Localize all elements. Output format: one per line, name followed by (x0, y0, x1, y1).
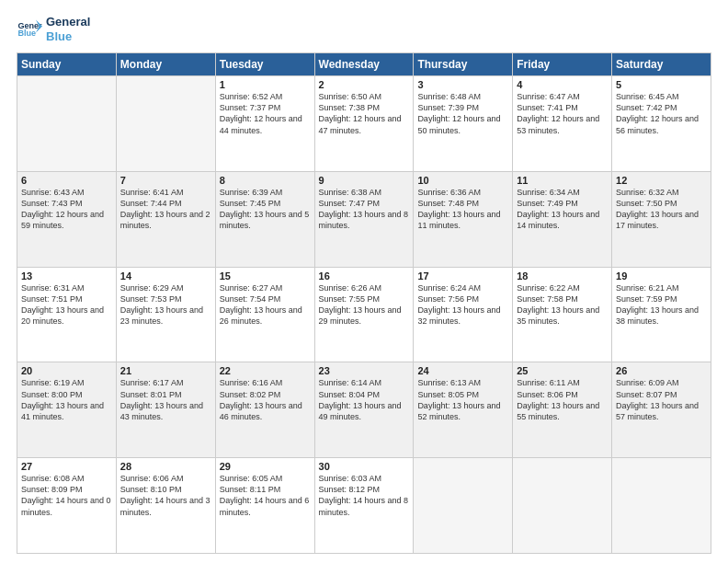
calendar-cell: 2Sunrise: 6:50 AM Sunset: 7:38 PM Daylig… (314, 76, 414, 172)
calendar-week-row: 13Sunrise: 6:31 AM Sunset: 7:51 PM Dayli… (17, 267, 711, 362)
day-number: 13 (21, 270, 112, 282)
day-number: 19 (616, 270, 707, 282)
day-info: Sunrise: 6:34 AM Sunset: 7:49 PM Dayligh… (517, 187, 608, 232)
logo-blue: Blue (46, 29, 90, 44)
day-info: Sunrise: 6:16 AM Sunset: 8:02 PM Dayligh… (220, 377, 311, 422)
calendar-table: SundayMondayTuesdayWednesdayThursdayFrid… (17, 52, 711, 554)
day-info: Sunrise: 6:09 AM Sunset: 8:07 PM Dayligh… (616, 377, 707, 422)
day-info: Sunrise: 6:32 AM Sunset: 7:50 PM Dayligh… (616, 187, 707, 232)
day-info: Sunrise: 6:29 AM Sunset: 7:53 PM Dayligh… (120, 282, 211, 327)
svg-text:Blue: Blue (17, 29, 36, 38)
day-info: Sunrise: 6:48 AM Sunset: 7:39 PM Dayligh… (417, 91, 508, 136)
day-number: 7 (120, 175, 211, 186)
calendar-cell: 13Sunrise: 6:31 AM Sunset: 7:51 PM Dayli… (17, 267, 117, 362)
day-of-week-header: Saturday (612, 53, 711, 76)
day-number: 20 (21, 365, 112, 376)
day-number: 1 (220, 79, 311, 90)
day-info: Sunrise: 6:22 AM Sunset: 7:58 PM Dayligh… (517, 282, 608, 327)
calendar-cell: 12Sunrise: 6:32 AM Sunset: 7:50 PM Dayli… (612, 171, 711, 267)
day-number: 29 (220, 461, 311, 472)
day-number: 27 (21, 461, 112, 472)
day-number: 8 (220, 175, 311, 186)
day-of-week-header: Sunday (17, 53, 117, 76)
day-of-week-header: Thursday (414, 53, 513, 76)
day-number: 10 (417, 175, 508, 186)
day-info: Sunrise: 6:47 AM Sunset: 7:41 PM Dayligh… (517, 91, 608, 136)
day-info: Sunrise: 6:39 AM Sunset: 7:45 PM Dayligh… (220, 187, 311, 232)
day-info: Sunrise: 6:45 AM Sunset: 7:42 PM Dayligh… (616, 91, 707, 136)
day-number: 2 (319, 79, 410, 90)
day-info: Sunrise: 6:36 AM Sunset: 7:48 PM Dayligh… (417, 187, 508, 232)
logo: General Blue General Blue (17, 15, 90, 43)
day-info: Sunrise: 6:43 AM Sunset: 7:43 PM Dayligh… (21, 187, 112, 232)
calendar-week-row: 1Sunrise: 6:52 AM Sunset: 7:37 PM Daylig… (17, 76, 711, 172)
calendar-cell: 1Sunrise: 6:52 AM Sunset: 7:37 PM Daylig… (215, 76, 314, 172)
calendar-cell: 24Sunrise: 6:13 AM Sunset: 8:05 PM Dayli… (414, 362, 513, 458)
day-number: 26 (616, 365, 707, 376)
calendar-cell: 30Sunrise: 6:03 AM Sunset: 8:12 PM Dayli… (314, 458, 414, 554)
calendar-cell (513, 458, 612, 554)
day-info: Sunrise: 6:41 AM Sunset: 7:44 PM Dayligh… (120, 187, 211, 232)
calendar-cell: 20Sunrise: 6:19 AM Sunset: 8:00 PM Dayli… (17, 362, 117, 458)
day-info: Sunrise: 6:21 AM Sunset: 7:59 PM Dayligh… (616, 282, 707, 327)
day-info: Sunrise: 6:11 AM Sunset: 8:06 PM Dayligh… (517, 377, 608, 422)
day-number: 28 (120, 461, 211, 472)
day-number: 16 (319, 270, 410, 282)
day-info: Sunrise: 6:19 AM Sunset: 8:00 PM Dayligh… (21, 377, 112, 422)
calendar-cell (414, 458, 513, 554)
calendar-cell: 4Sunrise: 6:47 AM Sunset: 7:41 PM Daylig… (513, 76, 612, 172)
calendar-cell: 6Sunrise: 6:43 AM Sunset: 7:43 PM Daylig… (17, 171, 117, 267)
day-number: 18 (517, 270, 608, 282)
logo-general: General (46, 15, 90, 29)
calendar-cell: 26Sunrise: 6:09 AM Sunset: 8:07 PM Dayli… (612, 362, 711, 458)
calendar-week-row: 6Sunrise: 6:43 AM Sunset: 7:43 PM Daylig… (17, 171, 711, 267)
calendar-cell: 9Sunrise: 6:38 AM Sunset: 7:47 PM Daylig… (314, 171, 414, 267)
calendar-cell (612, 458, 711, 554)
day-info: Sunrise: 6:13 AM Sunset: 8:05 PM Dayligh… (417, 377, 508, 422)
calendar-cell: 23Sunrise: 6:14 AM Sunset: 8:04 PM Dayli… (314, 362, 414, 458)
page-header: General Blue General Blue (17, 15, 711, 43)
calendar-cell: 3Sunrise: 6:48 AM Sunset: 7:39 PM Daylig… (414, 76, 513, 172)
day-info: Sunrise: 6:24 AM Sunset: 7:56 PM Dayligh… (417, 282, 508, 327)
calendar-cell: 29Sunrise: 6:05 AM Sunset: 8:11 PM Dayli… (215, 458, 314, 554)
day-number: 5 (616, 79, 707, 90)
day-info: Sunrise: 6:52 AM Sunset: 7:37 PM Dayligh… (220, 91, 311, 136)
day-info: Sunrise: 6:08 AM Sunset: 8:09 PM Dayligh… (21, 473, 112, 518)
calendar-cell: 19Sunrise: 6:21 AM Sunset: 7:59 PM Dayli… (612, 267, 711, 362)
calendar-week-row: 27Sunrise: 6:08 AM Sunset: 8:09 PM Dayli… (17, 458, 711, 554)
calendar-week-row: 20Sunrise: 6:19 AM Sunset: 8:00 PM Dayli… (17, 362, 711, 458)
calendar-cell: 10Sunrise: 6:36 AM Sunset: 7:48 PM Dayli… (414, 171, 513, 267)
day-number: 3 (417, 79, 508, 90)
day-info: Sunrise: 6:38 AM Sunset: 7:47 PM Dayligh… (319, 187, 410, 232)
logo-icon: General Blue (17, 17, 42, 42)
day-of-week-header: Friday (513, 53, 612, 76)
day-number: 24 (417, 365, 508, 376)
day-info: Sunrise: 6:05 AM Sunset: 8:11 PM Dayligh… (220, 473, 311, 518)
calendar-cell: 21Sunrise: 6:17 AM Sunset: 8:01 PM Dayli… (116, 362, 215, 458)
day-of-week-header: Tuesday (215, 53, 314, 76)
day-info: Sunrise: 6:06 AM Sunset: 8:10 PM Dayligh… (120, 473, 211, 518)
calendar-cell: 25Sunrise: 6:11 AM Sunset: 8:06 PM Dayli… (513, 362, 612, 458)
day-info: Sunrise: 6:03 AM Sunset: 8:12 PM Dayligh… (319, 473, 410, 518)
calendar-cell: 17Sunrise: 6:24 AM Sunset: 7:56 PM Dayli… (414, 267, 513, 362)
calendar-cell: 11Sunrise: 6:34 AM Sunset: 7:49 PM Dayli… (513, 171, 612, 267)
calendar-cell: 15Sunrise: 6:27 AM Sunset: 7:54 PM Dayli… (215, 267, 314, 362)
day-info: Sunrise: 6:17 AM Sunset: 8:01 PM Dayligh… (120, 377, 211, 422)
calendar-cell: 14Sunrise: 6:29 AM Sunset: 7:53 PM Dayli… (116, 267, 215, 362)
day-of-week-header: Monday (116, 53, 215, 76)
calendar-cell: 27Sunrise: 6:08 AM Sunset: 8:09 PM Dayli… (17, 458, 117, 554)
calendar-cell: 5Sunrise: 6:45 AM Sunset: 7:42 PM Daylig… (612, 76, 711, 172)
calendar-cell: 28Sunrise: 6:06 AM Sunset: 8:10 PM Dayli… (116, 458, 215, 554)
calendar-cell (17, 76, 117, 172)
day-info: Sunrise: 6:50 AM Sunset: 7:38 PM Dayligh… (319, 91, 410, 136)
day-number: 21 (120, 365, 211, 376)
day-number: 6 (21, 175, 112, 186)
day-number: 17 (417, 270, 508, 282)
day-number: 11 (517, 175, 608, 186)
calendar-cell: 16Sunrise: 6:26 AM Sunset: 7:55 PM Dayli… (314, 267, 414, 362)
calendar-cell: 18Sunrise: 6:22 AM Sunset: 7:58 PM Dayli… (513, 267, 612, 362)
day-number: 25 (517, 365, 608, 376)
day-number: 4 (517, 79, 608, 90)
calendar-cell (116, 76, 215, 172)
calendar-header-row: SundayMondayTuesdayWednesdayThursdayFrid… (17, 53, 711, 76)
